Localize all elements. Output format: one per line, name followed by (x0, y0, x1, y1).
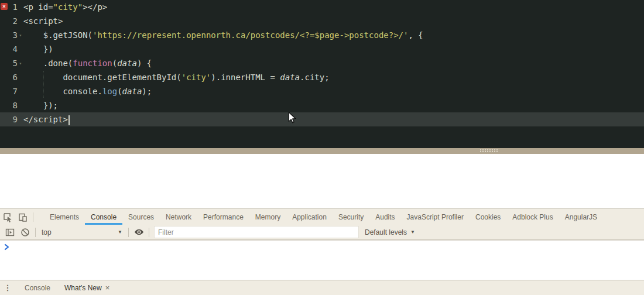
console-toolbar: top ▼ Default levels ▼ (0, 225, 644, 240)
tab-cookies[interactable]: Cookies (470, 209, 506, 225)
code-token: , { (408, 30, 423, 40)
screen: ×1<p id="city"></p>2<script>3▾ $.getJSON… (0, 0, 644, 295)
tab-memory[interactable]: Memory (249, 209, 286, 225)
code-text: <p id="city"></p> (23, 2, 107, 12)
tab-security[interactable]: Security (333, 209, 369, 225)
code-token: data (117, 59, 137, 68)
line-number: 8 (0, 98, 18, 112)
console-output[interactable] (0, 240, 644, 280)
line-number: 7 (0, 84, 18, 98)
inspect-element-icon[interactable] (0, 210, 15, 225)
error-icon: × (1, 3, 8, 10)
code-token: <p id= (23, 2, 53, 12)
tab-sources[interactable]: Sources (122, 209, 160, 225)
code-token: <script> (23, 16, 63, 26)
drawer-tab-what-s-new[interactable]: What's New× (57, 280, 117, 295)
tab-console[interactable]: Console (85, 209, 122, 225)
context-selector[interactable]: top ▼ (38, 227, 126, 238)
code-line-9[interactable]: 9</script> (0, 112, 644, 126)
code-token: .done( (23, 59, 73, 68)
code-lines: ×1<p id="city"></p>2<script>3▾ $.getJSON… (0, 0, 644, 126)
log-level-selector[interactable]: Default levels ▼ (365, 228, 415, 236)
code-token: }) (23, 44, 53, 54)
indent-guide (43, 71, 44, 98)
code-token: 'city' (181, 73, 211, 82)
code-text: .done(function(data) { (23, 59, 152, 68)
chevron-down-icon: ▼ (410, 229, 415, 235)
device-toolbar-icon[interactable] (15, 210, 30, 225)
code-editor[interactable]: ×1<p id="city"></p>2<script>3▾ $.getJSON… (0, 0, 644, 148)
tab-adblock-plus[interactable]: Adblock Plus (506, 209, 559, 225)
code-token: </script> (23, 115, 68, 124)
devtools-tabbar: ElementsConsoleSourcesNetworkPerformance… (0, 208, 644, 225)
code-text: document.getElementById('city').innerHTM… (23, 73, 330, 82)
tab-audits[interactable]: Audits (369, 209, 400, 225)
divider (149, 228, 149, 237)
divider (33, 212, 33, 222)
tab-elements[interactable]: Elements (44, 209, 85, 225)
code-text: console.log(data); (23, 87, 152, 96)
code-text: </script> (23, 115, 70, 124)
devtools-panel: ElementsConsoleSourcesNetworkPerformance… (0, 208, 644, 295)
code-token: }); (23, 101, 58, 110)
filter-input[interactable] (154, 226, 359, 238)
context-selector-value: top (42, 228, 52, 236)
code-line-2[interactable]: 2<script> (0, 14, 644, 28)
code-text: }) (23, 44, 53, 54)
tab-angularjs[interactable]: AngularJS (559, 209, 603, 225)
drawer-tab-label: Console (25, 284, 50, 292)
code-token: ( (117, 87, 122, 96)
drawer-tab-label: What's New (64, 284, 102, 292)
tab-performance[interactable]: Performance (197, 209, 249, 225)
eye-icon[interactable] (131, 225, 146, 240)
code-token: document.getElementById( (23, 73, 181, 82)
code-token: ).innerHTML = (211, 73, 280, 82)
code-token: function (73, 59, 112, 68)
code-token: ); (142, 87, 152, 96)
page-content (0, 154, 644, 208)
code-text: }); (23, 101, 58, 110)
code-token: data (280, 73, 300, 82)
code-line-7[interactable]: 7 console.log(data); (0, 84, 644, 98)
code-line-8[interactable]: 8 }); (0, 98, 644, 112)
console-prompt-icon[interactable] (4, 243, 10, 252)
code-text: <script> (23, 16, 63, 26)
code-token: $.getJSON( (23, 30, 93, 40)
clear-console-icon[interactable] (18, 225, 33, 240)
code-token: ) { (137, 59, 152, 68)
console-sidebar-icon[interactable] (2, 225, 18, 240)
line-number: 9 (0, 112, 18, 126)
code-token: data (122, 87, 142, 96)
code-token: "city" (53, 2, 83, 12)
line-number: 6 (0, 70, 18, 84)
fold-marker-icon[interactable]: ▾ (18, 29, 23, 43)
devtools-tabs: ElementsConsoleSourcesNetworkPerformance… (44, 209, 603, 225)
close-icon[interactable]: × (105, 283, 110, 292)
code-token: log (102, 87, 117, 96)
code-line-6[interactable]: 6 document.getElementById('city').innerH… (0, 70, 644, 84)
kebab-menu-icon[interactable]: ⋮ (0, 283, 15, 292)
drawer-tabs: ConsoleWhat's New× (18, 280, 117, 295)
tab-network[interactable]: Network (160, 209, 197, 225)
code-token: .city; (300, 73, 330, 82)
splitter-grip-icon[interactable] (480, 149, 498, 152)
line-number: 3 (0, 28, 18, 42)
divider (35, 228, 36, 237)
code-token: ( (112, 59, 117, 68)
code-text: $.getJSON('https://represent.opennorth.c… (23, 30, 423, 40)
text-cursor (68, 115, 70, 125)
line-number: 4 (0, 42, 18, 56)
tab-javascript-profiler[interactable]: JavaScript Profiler (401, 209, 470, 225)
fold-marker-icon[interactable]: ▾ (18, 57, 23, 71)
pane-splitter[interactable] (0, 148, 644, 154)
tab-application[interactable]: Application (286, 209, 333, 225)
code-line-5[interactable]: 5▾ .done(function(data) { (0, 56, 644, 70)
code-token: 'https://represent.opennorth.ca/postcode… (93, 30, 408, 40)
chevron-down-icon: ▼ (118, 229, 122, 235)
code-line-1[interactable]: ×1<p id="city"></p> (0, 0, 644, 14)
code-line-3[interactable]: 3▾ $.getJSON('https://represent.opennort… (0, 28, 644, 42)
code-line-4[interactable]: 4 }) (0, 42, 644, 56)
divider (128, 228, 129, 237)
line-number: 2 (0, 14, 18, 28)
drawer-tab-console[interactable]: Console (18, 280, 57, 295)
